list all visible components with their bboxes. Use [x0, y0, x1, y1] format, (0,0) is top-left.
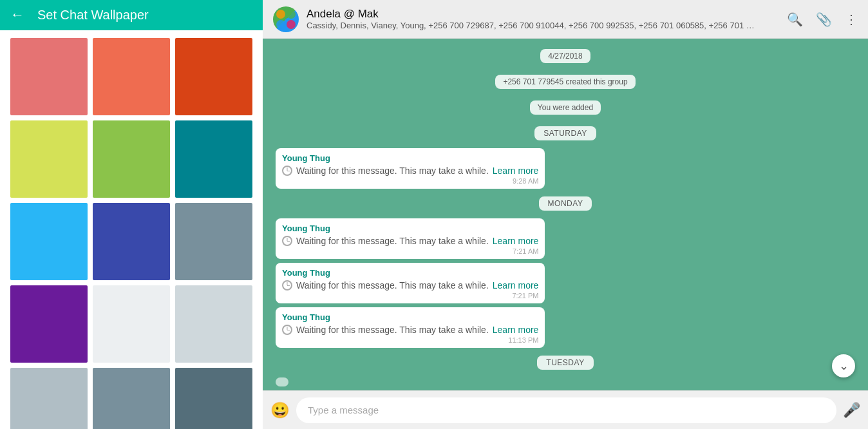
color-swatch-10[interactable]	[93, 285, 170, 363]
message-content: Waiting for this message. This may take …	[282, 280, 538, 291]
message-content: Waiting for this message. This may take …	[282, 236, 538, 246]
message-bubble: Young Thug Waiting for this message. Thi…	[276, 263, 545, 303]
color-swatch-6[interactable]	[10, 203, 88, 280]
learn-more-link[interactable]: Learn more	[493, 166, 539, 176]
message-bubble: Young Thug Waiting for this message. Thi…	[276, 148, 545, 189]
message-sender: Young Thug	[282, 224, 538, 233]
color-swatch-4[interactable]	[93, 120, 170, 198]
message-sender: Young Thug	[282, 312, 538, 322]
color-swatch-5[interactable]	[175, 120, 252, 198]
day-badge-monday: MONDAY	[539, 196, 592, 211]
message-content: Waiting for this message. This may take …	[282, 325, 538, 335]
wallpaper-panel: ← Set Chat Wallpaper	[0, 0, 263, 429]
scroll-to-bottom-button[interactable]: ⌄	[832, 354, 855, 377]
system-message-added: You were added	[530, 100, 601, 115]
message-bubble: Young Thug Waiting for this message. Thi…	[276, 307, 545, 348]
chat-input-bar: 😀 🎤	[263, 390, 868, 429]
microphone-button[interactable]: 🎤	[843, 402, 860, 419]
message-time: 9:28 AM	[282, 177, 538, 185]
day-badge-saturday: SATURDAY	[534, 126, 596, 140]
avatar	[273, 6, 299, 32]
color-swatch-8[interactable]	[175, 203, 252, 280]
message-time: 7:21 PM	[282, 292, 538, 300]
message-text: Waiting for this message. This may take …	[296, 325, 489, 335]
message-input[interactable]	[296, 397, 836, 423]
chat-name: Andela @ Mak	[307, 8, 779, 21]
message-bubble: Young Thug Waiting for this message. Thi…	[276, 218, 545, 259]
learn-more-link[interactable]: Learn more	[493, 325, 539, 335]
chat-body: 4/27/2018 +256 701 779545 created this g…	[263, 39, 868, 390]
color-swatch-3[interactable]	[10, 120, 88, 198]
day-badge-tuesday: TUESDAY	[537, 356, 593, 370]
message-content: Waiting for this message. This may take …	[282, 166, 538, 176]
wallpaper-header: ← Set Chat Wallpaper	[0, 0, 263, 30]
search-icon[interactable]: 🔍	[787, 12, 803, 27]
clock-icon	[282, 325, 292, 335]
color-swatch-12[interactable]	[10, 368, 88, 429]
learn-more-link[interactable]: Learn more	[493, 236, 539, 246]
clock-icon	[282, 166, 292, 176]
color-swatch-0[interactable]	[10, 38, 88, 115]
clock-icon	[282, 236, 292, 246]
header-icons: 🔍 📎 ⋮	[787, 12, 858, 27]
chat-header: Andela @ Mak Cassidy, Dennis, Vianey, Yo…	[263, 0, 868, 39]
system-message-created: +256 701 779545 created this group	[495, 75, 635, 89]
message-bubble-partial	[276, 377, 288, 386]
wallpaper-title: Set Chat Wallpaper	[37, 8, 149, 23]
color-swatch-7[interactable]	[93, 203, 170, 280]
clock-icon	[282, 280, 292, 291]
date-badge: 4/27/2018	[540, 49, 590, 63]
paperclip-icon[interactable]: 📎	[816, 12, 832, 27]
emoji-button[interactable]: 😀	[270, 401, 290, 419]
message-time: 11:13 PM	[282, 336, 538, 344]
color-swatch-14[interactable]	[175, 368, 252, 429]
message-text: Waiting for this message. This may take …	[296, 166, 489, 176]
chat-members: Cassidy, Dennis, Vianey, Young, +256 700…	[307, 21, 757, 30]
color-swatch-2[interactable]	[175, 38, 252, 115]
color-swatch-1[interactable]	[93, 38, 170, 115]
avatar-image	[273, 6, 299, 32]
message-time: 7:21 AM	[282, 247, 538, 255]
back-button[interactable]: ←	[10, 6, 24, 23]
message-sender: Young Thug	[282, 268, 538, 278]
color-swatch-9[interactable]	[10, 285, 88, 363]
learn-more-link[interactable]: Learn more	[493, 280, 539, 291]
message-sender: Young Thug	[282, 153, 538, 163]
more-options-icon[interactable]: ⋮	[845, 12, 858, 27]
message-text: Waiting for this message. This may take …	[296, 280, 489, 291]
color-swatch-11[interactable]	[175, 285, 252, 363]
chat-panel: Andela @ Mak Cassidy, Dennis, Vianey, Yo…	[263, 0, 868, 429]
message-text: Waiting for this message. This may take …	[296, 236, 489, 246]
color-grid	[0, 30, 263, 429]
chat-info: Andela @ Mak Cassidy, Dennis, Vianey, Yo…	[307, 8, 779, 30]
color-swatch-13[interactable]	[93, 368, 170, 429]
